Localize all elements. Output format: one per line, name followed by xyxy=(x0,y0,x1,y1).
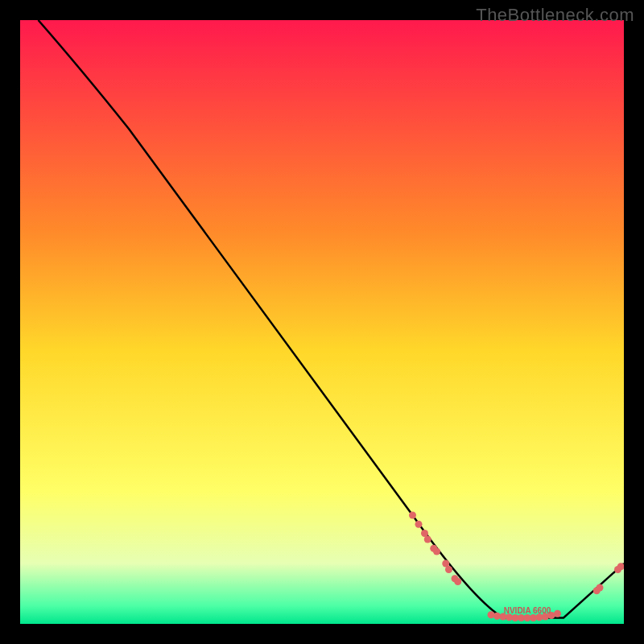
data-point xyxy=(424,536,431,543)
data-point xyxy=(454,578,461,585)
watermark-text: TheBottleneck.com xyxy=(476,5,634,26)
series-label-badge: NVIDIA 6600 xyxy=(504,606,551,615)
data-point xyxy=(445,566,452,573)
data-point xyxy=(488,611,495,618)
data-point xyxy=(415,521,423,528)
data-point xyxy=(597,584,604,592)
chart-background xyxy=(20,20,624,624)
data-point xyxy=(554,610,561,617)
data-point xyxy=(433,548,440,555)
bottleneck-chart: NVIDIA 6600 xyxy=(20,20,624,624)
data-point xyxy=(409,512,416,519)
